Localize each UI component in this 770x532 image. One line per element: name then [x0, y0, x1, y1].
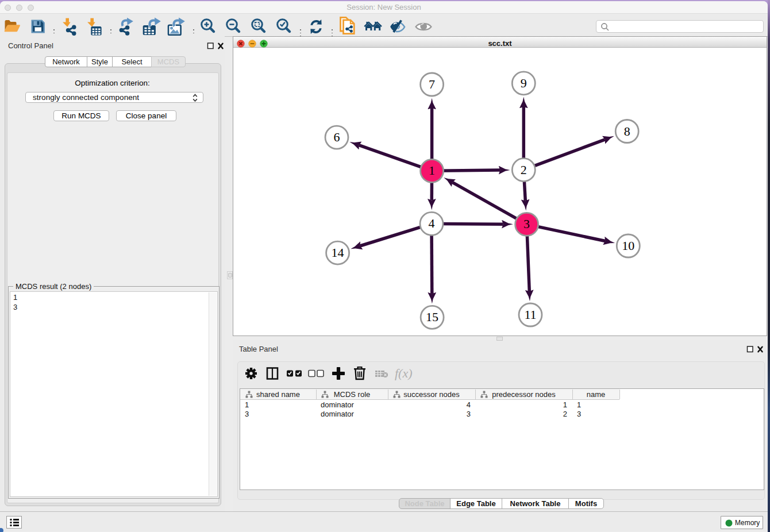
svg-text:15: 15 — [426, 310, 438, 324]
svg-text:2: 2 — [521, 163, 527, 177]
svg-text:9: 9 — [521, 76, 527, 90]
svg-text:11: 11 — [524, 307, 536, 322]
svg-text:3: 3 — [523, 217, 530, 231]
svg-text:7: 7 — [429, 77, 435, 91]
svg-text:10: 10 — [622, 238, 634, 253]
svg-text:f(x): f(x) — [395, 366, 413, 380]
svg-text:8: 8 — [624, 124, 630, 138]
svg-text:4: 4 — [429, 216, 435, 230]
svg-text:14: 14 — [332, 245, 344, 260]
svg-text:1: 1 — [429, 163, 435, 178]
svg-text:6: 6 — [334, 130, 340, 144]
